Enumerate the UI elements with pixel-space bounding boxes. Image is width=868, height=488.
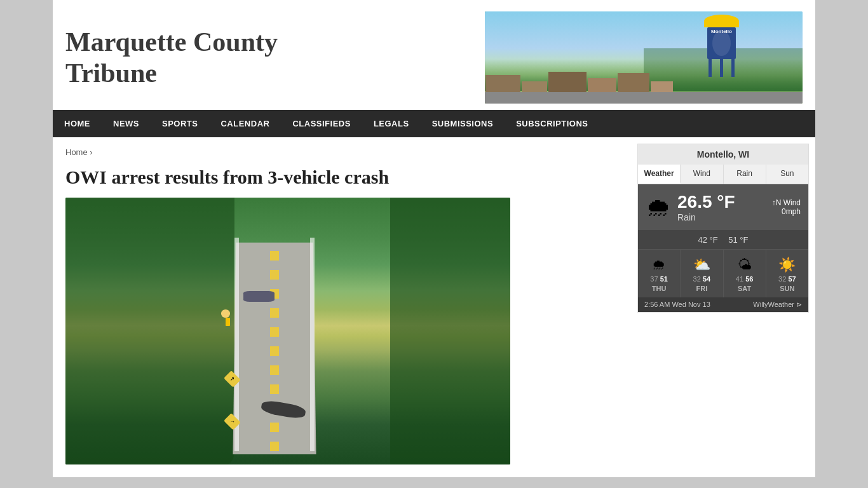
forecast-sun-low: 32	[778, 275, 786, 283]
forecast-thu-low: 37	[650, 275, 658, 283]
weather-footer: 2:56 AM Wed Nov 13 WillyWeather ⊳	[638, 297, 808, 312]
forecast-sun-day: SUN	[769, 285, 806, 292]
weather-high: 51 °F	[728, 235, 748, 245]
weather-highlow: 42 °F 51 °F	[638, 230, 808, 249]
forecast-sun-high: 57	[788, 275, 796, 283]
breadcrumb-separator: ›	[90, 147, 92, 157]
weather-low: 42 °F	[698, 235, 718, 245]
nav-news[interactable]: NEWS	[102, 110, 151, 137]
weather-tab-sun[interactable]: Sun	[766, 165, 808, 184]
forecast-sat: 🌤 41 56 SAT	[724, 250, 766, 297]
forecast-sat-day: SAT	[726, 285, 763, 292]
forecast-sat-low: 41	[736, 275, 743, 283]
site-title: Marquette County Tribune	[65, 27, 472, 88]
weather-temperature: 26.5 °F	[677, 192, 766, 212]
header-banner-image: Montello	[485, 11, 803, 104]
forecast-sun-temps: 32 57	[769, 275, 806, 283]
forecast-fri-icon: ⛅	[683, 257, 720, 273]
nav-subscriptions[interactable]: SUBSCRIPTIONS	[505, 110, 599, 137]
weather-tabs: Weather Wind Rain Sun	[638, 165, 808, 184]
nav-submissions[interactable]: SUBMISSIONS	[421, 110, 505, 137]
weather-main-display: 🌧 26.5 °F Rain ↑N Wind 0mph	[638, 184, 808, 230]
weather-widget: Montello, WI Weather Wind Rain Sun 🌧 26.…	[637, 144, 809, 313]
weather-forecast: 🌧 37 51 THU ⛅ 32 54 FRI	[638, 249, 808, 297]
sidebar: Montello, WI Weather Wind Rain Sun 🌧 26.…	[631, 137, 815, 477]
forecast-thu-day: THU	[641, 285, 677, 292]
forecast-sat-icon: 🌤	[726, 257, 763, 273]
weather-wind-speed: 0mph	[772, 207, 801, 216]
weather-footer-time: 2:56 AM Wed Nov 13	[644, 301, 710, 309]
forecast-sat-temps: 41 56	[726, 275, 763, 283]
forecast-fri-high: 54	[703, 275, 710, 283]
forecast-fri-temps: 32 54	[683, 275, 720, 283]
weather-wind: ↑N Wind 0mph	[772, 198, 801, 216]
weather-location: Montello, WI	[638, 144, 808, 165]
forecast-fri-low: 32	[693, 275, 701, 283]
forecast-thu-high: 51	[660, 275, 668, 283]
forecast-thu: 🌧 37 51 THU	[638, 250, 681, 297]
weather-footer-credit[interactable]: WillyWeather ⊳	[753, 301, 802, 309]
weather-temp-block: 26.5 °F Rain	[677, 192, 766, 222]
breadcrumb-home-link[interactable]: Home	[65, 147, 88, 157]
site-header: Marquette County Tribune	[53, 0, 815, 110]
main-nav: HOME NEWS SPORTS CALENDAR CLASSIFIEDS LE…	[53, 110, 815, 137]
forecast-thu-icon: 🌧	[641, 257, 677, 273]
nav-classifieds[interactable]: CLASSIFIEDS	[281, 110, 362, 137]
weather-tab-weather[interactable]: Weather	[638, 165, 681, 184]
forecast-sun: ☀️ 32 57 SUN	[766, 250, 808, 297]
breadcrumb: Home ›	[65, 145, 618, 159]
nav-home[interactable]: HOME	[53, 110, 102, 137]
weather-tab-rain[interactable]: Rain	[724, 165, 766, 184]
article-main-image: ↗ →	[65, 198, 510, 464]
nav-legals[interactable]: LEGALS	[362, 110, 421, 137]
article-title: OWI arrest results from 3-vehicle crash	[65, 166, 618, 189]
forecast-sat-high: 56	[745, 275, 753, 283]
weather-current-icon: 🌧	[646, 193, 671, 222]
weather-condition: Rain	[677, 212, 766, 222]
forecast-fri-day: FRI	[683, 285, 720, 292]
weather-wind-direction: ↑N Wind	[772, 198, 801, 207]
site-title-block: Marquette County Tribune	[65, 27, 472, 88]
weather-tab-wind[interactable]: Wind	[681, 165, 723, 184]
nav-sports[interactable]: SPORTS	[151, 110, 209, 137]
forecast-fri: ⛅ 32 54 FRI	[681, 250, 723, 297]
forecast-sun-icon: ☀️	[769, 257, 806, 273]
forecast-thu-temps: 37 51	[641, 275, 677, 283]
nav-calendar[interactable]: CALENDAR	[209, 110, 281, 137]
